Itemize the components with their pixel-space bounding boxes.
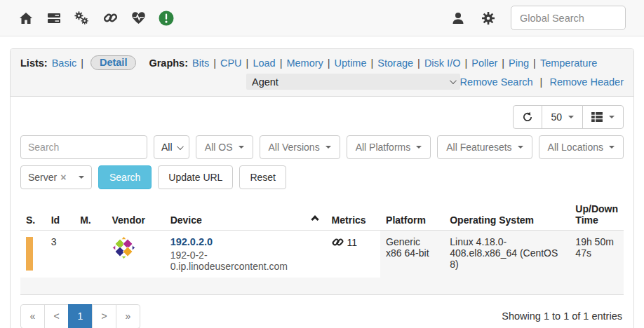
- panel-heading: Lists: Basic | Detail Graphs: Bits | CPU…: [11, 49, 633, 97]
- home-icon[interactable]: [18, 11, 34, 26]
- entries-summary: Showing 1 to 1 of 1 entries: [502, 310, 624, 322]
- link-icon: [332, 236, 344, 248]
- search-button[interactable]: Search: [98, 165, 152, 189]
- page-first-button[interactable]: «: [20, 304, 45, 328]
- caret-down-icon: [326, 146, 331, 149]
- layout-button[interactable]: [582, 105, 624, 129]
- chevron-down-icon: [177, 143, 184, 150]
- graph-link-temperature[interactable]: Temperature: [540, 57, 597, 69]
- status-warning-bar: [26, 237, 33, 271]
- panel-body: 50 All All OS All Versions: [11, 97, 633, 328]
- col-metrics[interactable]: Metrics: [326, 199, 380, 231]
- updown-cell: 19h 50m 47s: [570, 231, 624, 278]
- separator: |: [540, 76, 543, 88]
- user-icon[interactable]: [450, 11, 466, 26]
- gear-icon[interactable]: [481, 11, 496, 26]
- separator: |: [280, 57, 283, 69]
- page-next-button[interactable]: >: [92, 304, 116, 328]
- health-icon[interactable]: [130, 11, 146, 26]
- filter-all-featuresets[interactable]: All Featuresets: [437, 135, 532, 159]
- graph-link-load[interactable]: Load: [253, 57, 275, 69]
- table-layout-icon: [591, 112, 603, 122]
- filter-row-1: All All OS All Versions All Platforms Al…: [20, 135, 624, 159]
- col-vendor[interactable]: Vendor: [107, 199, 165, 231]
- navbar-right: [450, 6, 626, 30]
- lists-detail-button[interactable]: Detail: [90, 55, 137, 70]
- chevron-down-icon: [450, 77, 457, 84]
- col-status[interactable]: S.: [20, 199, 46, 231]
- separator: |: [371, 57, 374, 69]
- graph-link-diskio[interactable]: Disk I/O: [424, 57, 461, 69]
- col-device[interactable]: Device: [165, 199, 326, 231]
- filter-label: All Versions: [269, 142, 320, 153]
- col-id[interactable]: Id: [46, 199, 74, 231]
- page-prev-button[interactable]: <: [44, 304, 69, 328]
- os-cell: Linux 4.18.0-408.el8.x86_64 (CentOS 8): [444, 231, 570, 278]
- col-platform[interactable]: Platform: [380, 199, 444, 231]
- graph-link-memory[interactable]: Memory: [286, 57, 323, 69]
- filter-label: All OS: [205, 142, 233, 153]
- page-size-button[interactable]: 50: [542, 105, 583, 129]
- link-icon[interactable]: [102, 11, 118, 26]
- separator: |: [502, 57, 504, 69]
- refresh-icon: [522, 111, 533, 123]
- separator: |: [464, 57, 467, 69]
- alert-status-icon[interactable]: [159, 11, 174, 26]
- separator: |: [246, 57, 249, 69]
- caret-down-icon: [239, 146, 244, 149]
- update-url-button[interactable]: Update URL: [158, 165, 233, 189]
- col-device-label: Device: [170, 214, 202, 226]
- metrics-ports-link[interactable]: 11: [332, 236, 375, 248]
- filter-label: All Featuresets: [446, 142, 511, 153]
- filter-all-platforms[interactable]: All Platforms: [347, 135, 431, 159]
- status-cell: [20, 231, 46, 278]
- filter-all-os[interactable]: All OS: [196, 135, 253, 159]
- caret-down-icon: [568, 116, 574, 118]
- remove-header-link[interactable]: Remove Header: [549, 76, 624, 88]
- navbar-menu: [18, 11, 174, 26]
- graph-link-uptime[interactable]: Uptime: [335, 57, 367, 69]
- device-hostname: 192-0-2-0.ip.linodeusercontent.com: [170, 250, 321, 272]
- agent-select[interactable]: Agent: [246, 74, 460, 90]
- graph-link-bits[interactable]: Bits: [192, 57, 209, 69]
- pagination-row: « < 1 > » Showing 1 to 1 of 1 entries: [20, 304, 624, 328]
- device-sub-row: [20, 278, 624, 294]
- caret-down-icon: [609, 116, 615, 118]
- graph-link-ping[interactable]: Ping: [509, 57, 529, 69]
- device-link[interactable]: 192.0.2.0: [170, 236, 213, 247]
- page-1-button[interactable]: 1: [68, 304, 93, 328]
- lists-basic-link[interactable]: Basic: [52, 57, 76, 69]
- metrics-count: 11: [347, 237, 358, 248]
- refresh-button[interactable]: [513, 105, 542, 129]
- graph-link-storage[interactable]: Storage: [377, 57, 413, 69]
- agent-row: Agent Remove Search | Remove Header: [20, 74, 624, 90]
- id-cell: 3: [46, 231, 74, 278]
- remove-search-link[interactable]: Remove Search: [460, 76, 533, 88]
- centos-logo: [112, 236, 135, 259]
- cogs-icon[interactable]: [74, 11, 90, 26]
- servers-icon[interactable]: [46, 11, 62, 26]
- vendor-cell: [107, 231, 165, 278]
- global-search-input[interactable]: [511, 6, 626, 30]
- tag-remove-icon[interactable]: ×: [60, 172, 66, 183]
- filter-all-locations[interactable]: All Locations: [539, 135, 624, 159]
- caret-down-icon: [416, 146, 422, 149]
- col-updown[interactable]: Up/Down Time: [570, 199, 624, 231]
- reset-button[interactable]: Reset: [239, 165, 286, 189]
- graph-link-poller[interactable]: Poller: [471, 57, 497, 69]
- devices-panel: Lists: Basic | Detail Graphs: Bits | CPU…: [10, 48, 634, 328]
- graph-link-cpu[interactable]: CPU: [220, 57, 242, 69]
- caret-down-icon: [518, 146, 523, 149]
- page-last-button[interactable]: »: [116, 304, 140, 328]
- filter-label: All Platforms: [356, 142, 411, 153]
- separator: |: [417, 57, 420, 69]
- device-group-select[interactable]: Server ×: [20, 165, 92, 189]
- platform-cell: Generic x86 64-bit: [380, 231, 444, 278]
- device-type-select[interactable]: All: [154, 135, 189, 159]
- top-navbar: [0, 0, 644, 36]
- device-search-input[interactable]: [20, 135, 147, 159]
- col-os[interactable]: Operating System: [444, 199, 570, 231]
- filter-all-versions[interactable]: All Versions: [260, 135, 340, 159]
- sort-asc-icon: [311, 215, 318, 223]
- col-maintenance[interactable]: M.: [74, 199, 106, 231]
